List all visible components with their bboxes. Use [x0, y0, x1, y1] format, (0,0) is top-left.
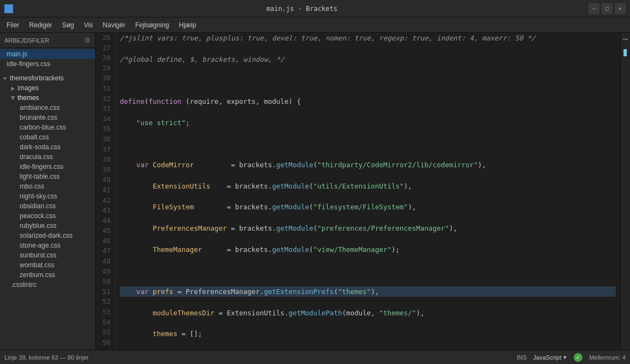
- minimap-icon[interactable]: 〜: [621, 35, 630, 44]
- title-bar: main.js - Brackets — □ ✕: [0, 0, 630, 17]
- project-root[interactable]: ▼ themesforbrackets: [0, 73, 95, 83]
- status-bar: Linje 38, kolonne 63 — 80 linjer INS Jav…: [0, 350, 630, 364]
- file-light-table[interactable]: light-table.css: [0, 172, 95, 181]
- file-idle-fingers[interactable]: idle-fingers.css: [0, 162, 95, 172]
- window-title: main.js - Brackets: [15, 5, 588, 13]
- sidebar-title: Arbejdsfiler: [4, 37, 49, 44]
- sidebar: Arbejdsfiler ⚙ main.js idle-fingers.css …: [0, 33, 96, 350]
- right-sidebar: 〜 ▉: [620, 33, 630, 350]
- themes-arrow: ▶: [10, 96, 16, 100]
- project-arrow: ▼: [2, 75, 8, 81]
- gear-icon[interactable]: ⚙: [84, 36, 91, 44]
- cursor-position: Linje 38, kolonne 63 — 80 linjer: [4, 354, 89, 361]
- menu-vis[interactable]: Vis: [79, 19, 97, 31]
- status-right: INS JavaScript ▼ ✓ Mellemrum: 4: [517, 353, 626, 362]
- file-csslintrc[interactable]: .csslintrc: [0, 280, 95, 290]
- language-selector[interactable]: JavaScript ▼: [533, 354, 567, 361]
- file-solarized-dark[interactable]: solarized-dark.css: [0, 231, 95, 240]
- file-cobalt[interactable]: cobalt.css: [0, 132, 95, 142]
- code-editor[interactable]: /*jslint vars: true, plusplus: true, dev…: [115, 33, 620, 350]
- menu-rediger[interactable]: Redigér: [25, 19, 56, 31]
- file-zenburn[interactable]: zenburn.css: [0, 270, 95, 280]
- file-rubyblue[interactable]: rubyblue.css: [0, 221, 95, 231]
- lint-ok-icon: ✓: [574, 353, 582, 362]
- file-carbon-blue[interactable]: carbon-blue.css: [0, 122, 95, 132]
- window-controls: — □ ✕: [588, 3, 626, 14]
- folder-themes[interactable]: ▶ themes: [0, 93, 95, 103]
- code-area: 26 27 28 29 30 31 32 33 34 35 36 37 38 3…: [96, 33, 620, 350]
- status-left: Linje 38, kolonne 63 — 80 linjer: [4, 354, 510, 361]
- code-content: 26 27 28 29 30 31 32 33 34 35 36 37 38 3…: [96, 33, 620, 350]
- file-brunante[interactable]: brunante.css: [0, 113, 95, 122]
- menu-naviger[interactable]: Navigér: [98, 19, 130, 31]
- folder-themes-label: themes: [18, 94, 39, 102]
- menu-hjaelp[interactable]: Hjælp: [174, 19, 200, 31]
- main-layout: Arbejdsfiler ⚙ main.js idle-fingers.css …: [0, 33, 630, 350]
- language-label: JavaScript: [533, 354, 561, 361]
- images-arrow: ▶: [11, 85, 15, 91]
- minimize-button[interactable]: —: [588, 3, 599, 14]
- file-obsidian[interactable]: obsidian.css: [0, 201, 95, 211]
- menu-bar: Filer Redigér Søg Vis Navigér Fejlsøgnin…: [0, 17, 630, 33]
- menu-fejlsoegning[interactable]: Fejlsøgning: [131, 19, 173, 31]
- file-stone-age[interactable]: stone-age.css: [0, 240, 95, 250]
- file-main-js[interactable]: main.js: [0, 49, 95, 59]
- line-numbers: 26 27 28 29 30 31 32 33 34 35 36 37 38 3…: [96, 33, 115, 350]
- file-idle-fingers-css[interactable]: idle-fingers.css: [0, 59, 95, 69]
- right-panel: 26 27 28 29 30 31 32 33 34 35 36 37 38 3…: [96, 33, 620, 350]
- file-dark-soda[interactable]: dark-soda.css: [0, 142, 95, 152]
- language-dropdown-icon: ▼: [562, 355, 567, 360]
- file-ambiance[interactable]: ambiance.css: [0, 103, 95, 113]
- close-button[interactable]: ✕: [615, 3, 626, 14]
- app-icon: [4, 4, 13, 13]
- project-name: themesforbrackets: [10, 74, 64, 82]
- file-night-sky[interactable]: night-sky.css: [0, 191, 95, 201]
- insert-mode: INS: [517, 354, 527, 361]
- maximize-button[interactable]: □: [602, 3, 612, 14]
- indent-setting[interactable]: Mellemrum: 4: [589, 354, 626, 361]
- file-sunburst[interactable]: sunburst.css: [0, 250, 95, 260]
- file-wombat[interactable]: wombat.css: [0, 260, 95, 270]
- chart-icon[interactable]: ▉: [621, 48, 630, 57]
- folder-images-label: images: [18, 84, 39, 92]
- folder-images[interactable]: ▶ images: [0, 83, 95, 93]
- file-dracula[interactable]: dracula.css: [0, 152, 95, 162]
- menu-sog[interactable]: Søg: [57, 19, 78, 31]
- file-peacock[interactable]: peacock.css: [0, 211, 95, 221]
- file-tree: main.js idle-fingers.css ▼ themesforbrac…: [0, 48, 95, 350]
- menu-filer[interactable]: Filer: [2, 19, 24, 31]
- file-mbo[interactable]: mbo.css: [0, 181, 95, 191]
- sidebar-header: Arbejdsfiler ⚙: [0, 33, 95, 48]
